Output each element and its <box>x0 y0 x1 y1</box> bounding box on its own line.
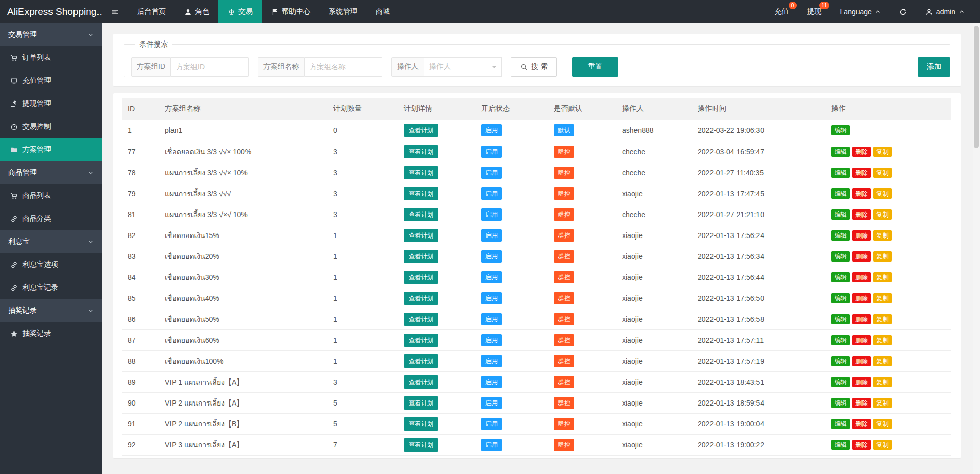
default-type-badge[interactable]: 群控 <box>554 376 574 388</box>
copy-button[interactable]: 复制 <box>873 335 892 345</box>
status-enabled-badge[interactable]: 启用 <box>481 208 502 221</box>
sidebar-item[interactable]: 抽奖记录 <box>0 322 102 345</box>
default-type-badge[interactable]: 群控 <box>554 229 574 242</box>
copy-button[interactable]: 复制 <box>873 293 892 303</box>
copy-button[interactable]: 复制 <box>873 440 892 450</box>
delete-button[interactable]: 删除 <box>852 314 871 324</box>
delete-button[interactable]: 删除 <box>852 293 871 303</box>
status-enabled-badge[interactable]: 启用 <box>481 313 502 325</box>
delete-button[interactable]: 删除 <box>852 230 871 241</box>
view-plan-button[interactable]: 查看计划 <box>404 354 438 368</box>
refresh-button[interactable] <box>890 0 916 23</box>
sidebar-section-header[interactable]: 抽奖记录 <box>0 299 102 322</box>
default-type-badge[interactable]: 群控 <box>554 439 574 451</box>
withdraw-nav-item[interactable]: 提现 11 <box>798 0 831 23</box>
status-enabled-badge[interactable]: 启用 <box>481 271 502 283</box>
default-type-badge[interactable]: 群控 <box>554 355 574 367</box>
nav-menu-item[interactable]: 帮助中心 <box>262 0 320 23</box>
sidebar-item[interactable]: 利息宝选项 <box>0 253 102 276</box>
default-type-badge[interactable]: 群控 <box>554 418 574 430</box>
nav-menu-item[interactable]: 后台首页 <box>128 0 175 23</box>
add-button[interactable]: 添加 <box>918 57 950 77</box>
copy-button[interactable]: 复制 <box>873 209 892 220</box>
scrollbar-thumb[interactable] <box>974 26 979 148</box>
edit-button[interactable]: 编辑 <box>831 168 850 178</box>
sidebar-section-header[interactable]: 利息宝 <box>0 230 102 253</box>
delete-button[interactable]: 删除 <box>852 147 871 157</box>
operator-select[interactable]: 操作人 <box>424 57 502 77</box>
view-plan-button[interactable]: 查看计划 <box>404 208 438 221</box>
copy-button[interactable]: 复制 <box>873 356 892 366</box>
view-plan-button[interactable]: 查看计划 <box>404 166 438 179</box>
sidebar-item[interactable]: 方案管理 <box>0 138 102 161</box>
default-type-badge[interactable]: 群控 <box>554 292 574 304</box>
view-plan-button[interactable]: 查看计划 <box>404 250 438 263</box>
view-plan-button[interactable]: 查看计划 <box>404 438 438 452</box>
sidebar-item[interactable]: 充值管理 <box>0 69 102 92</box>
edit-button[interactable]: 编辑 <box>831 251 850 262</box>
view-plan-button[interactable]: 查看计划 <box>404 145 438 158</box>
language-dropdown[interactable]: Language <box>831 0 890 23</box>
status-enabled-badge[interactable]: 启用 <box>481 397 502 409</box>
default-type-badge[interactable]: 群控 <box>554 334 574 346</box>
edit-button[interactable]: 编辑 <box>831 314 850 324</box>
nav-menu-item[interactable]: 系统管理 <box>320 0 366 23</box>
edit-button[interactable]: 编辑 <box>831 147 850 157</box>
recharge-nav-item[interactable]: 充值 0 <box>766 0 798 23</box>
sidebar-toggle-button[interactable] <box>102 0 128 23</box>
edit-button[interactable]: 编辑 <box>831 272 850 282</box>
reset-button[interactable]: 重置 <box>572 57 618 77</box>
delete-button[interactable]: 删除 <box>852 377 871 387</box>
search-button[interactable]: 搜 索 <box>511 57 557 77</box>
delete-button[interactable]: 删除 <box>852 419 871 429</box>
edit-button[interactable]: 编辑 <box>831 125 850 135</box>
delete-button[interactable]: 删除 <box>852 335 871 345</box>
sidebar-section-header[interactable]: 商品管理 <box>0 161 102 184</box>
delete-button[interactable]: 删除 <box>852 168 871 178</box>
status-enabled-badge[interactable]: 启用 <box>481 250 502 263</box>
copy-button[interactable]: 复制 <box>873 251 892 262</box>
copy-button[interactable]: 复制 <box>873 419 892 429</box>
edit-button[interactable]: 编辑 <box>831 377 850 387</box>
copy-button[interactable]: 复制 <box>873 230 892 241</box>
view-plan-button[interactable]: 查看计划 <box>404 187 438 200</box>
plan-group-name-input[interactable] <box>305 57 382 77</box>
status-enabled-badge[interactable]: 启用 <box>481 376 502 388</box>
copy-button[interactable]: 复制 <box>873 398 892 408</box>
edit-button[interactable]: 编辑 <box>831 440 850 450</box>
view-plan-button[interactable]: 查看计划 <box>404 417 438 431</box>
status-enabled-badge[interactable]: 启用 <box>481 334 502 346</box>
default-type-badge[interactable]: 群控 <box>554 167 574 179</box>
default-type-badge[interactable]: 群控 <box>554 250 574 263</box>
edit-button[interactable]: 编辑 <box>831 209 850 220</box>
delete-button[interactable]: 删除 <box>852 209 871 220</box>
edit-button[interactable]: 编辑 <box>831 398 850 408</box>
default-type-badge[interactable]: 群控 <box>554 187 574 200</box>
status-enabled-badge[interactable]: 启用 <box>481 418 502 430</box>
view-plan-button[interactable]: 查看计划 <box>404 229 438 242</box>
delete-button[interactable]: 删除 <box>852 356 871 366</box>
edit-button[interactable]: 编辑 <box>831 335 850 345</box>
delete-button[interactable]: 删除 <box>852 398 871 408</box>
view-plan-button[interactable]: 查看计划 <box>404 124 438 137</box>
status-enabled-badge[interactable]: 启用 <box>481 229 502 242</box>
status-enabled-badge[interactable]: 启用 <box>481 167 502 179</box>
copy-button[interactable]: 复制 <box>873 188 892 199</box>
view-plan-button[interactable]: 查看计划 <box>404 271 438 284</box>
status-enabled-badge[interactable]: 启用 <box>481 292 502 304</box>
edit-button[interactable]: 编辑 <box>831 356 850 366</box>
copy-button[interactable]: 复制 <box>873 147 892 157</box>
delete-button[interactable]: 删除 <box>852 440 871 450</box>
default-type-badge[interactable]: 群控 <box>554 271 574 283</box>
view-plan-button[interactable]: 查看计划 <box>404 292 438 305</box>
default-type-badge[interactable]: 群控 <box>554 313 574 325</box>
plan-group-id-input[interactable] <box>171 57 249 77</box>
nav-menu-item[interactable]: 商城 <box>366 0 399 23</box>
edit-button[interactable]: 编辑 <box>831 230 850 241</box>
sidebar-section-header[interactable]: 交易管理 <box>0 23 102 46</box>
view-plan-button[interactable]: 查看计划 <box>404 313 438 326</box>
edit-button[interactable]: 编辑 <box>831 293 850 303</box>
copy-button[interactable]: 复制 <box>873 168 892 178</box>
nav-menu-item[interactable]: 角色 <box>175 0 218 23</box>
sidebar-item[interactable]: 利息宝记录 <box>0 276 102 299</box>
